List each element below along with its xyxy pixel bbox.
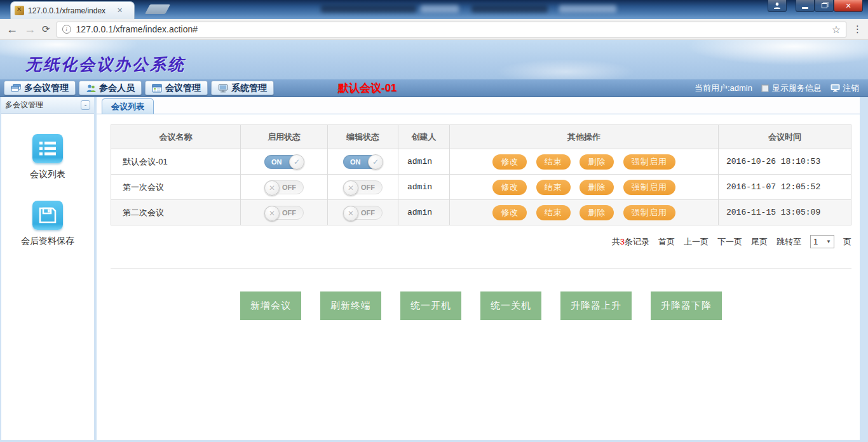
modify-button[interactable]: 修改 <box>492 205 527 220</box>
meeting-time: 2016-11-07 12:05:52 <box>719 175 851 200</box>
page-select[interactable]: 1▼ <box>810 235 834 248</box>
sidebar-item-label: 会后资料保存 <box>21 236 74 247</box>
enabled-toggle[interactable]: ON✓ <box>264 155 304 169</box>
enabled-toggle[interactable]: ✕OFF <box>264 180 304 194</box>
people-icon <box>86 84 96 93</box>
tab-meeting-list[interactable]: 会议列表 <box>102 98 154 114</box>
force-enable-button[interactable]: 强制启用 <box>623 180 675 195</box>
pagination: 共3条记录 首页 上一页 下一页 尾页 跳转至 1▼ 页 <box>111 235 851 248</box>
refresh-terminals-button[interactable]: 刷新终端 <box>320 291 381 320</box>
end-button[interactable]: 结束 <box>536 154 571 170</box>
titlebar-blur-text <box>471 5 548 13</box>
logout-button[interactable]: 注销 <box>831 83 859 94</box>
first-page-link[interactable]: 首页 <box>658 236 675 248</box>
forward-button[interactable]: → <box>24 23 36 35</box>
new-tab-button[interactable] <box>145 4 170 14</box>
back-button[interactable]: ← <box>6 23 18 35</box>
col-meeting-name: 会议名称 <box>111 125 241 149</box>
meeting-name: 第二次会议 <box>111 200 241 225</box>
editable-toggle[interactable]: ✕OFF <box>343 180 383 194</box>
sidebar-item-meeting-list[interactable]: 会议列表 <box>1 134 94 180</box>
minimize-icon <box>802 7 808 9</box>
cross-icon: ✕ <box>264 206 280 221</box>
col-meeting-time: 会议时间 <box>719 125 851 149</box>
reload-button[interactable]: ⟳ <box>42 23 50 35</box>
list-icon <box>32 134 63 163</box>
enabled-toggle[interactable]: ✕OFF <box>264 206 304 220</box>
toggle-label: OFF <box>361 209 375 217</box>
cross-icon: ✕ <box>343 206 358 221</box>
prev-page-link[interactable]: 上一页 <box>684 236 709 248</box>
cloud-decoration <box>496 59 635 79</box>
end-button[interactable]: 结束 <box>536 205 571 220</box>
creator: admin <box>398 200 450 225</box>
show-service-info-toggle[interactable]: 显示服务信息 <box>761 83 822 94</box>
table-row: 第一次会议 ✕OFF ✕OFF admin 修改 结束 删除 强制启用 2016… <box>111 175 851 200</box>
creator: admin <box>398 175 450 200</box>
force-enable-button[interactable]: 强制启用 <box>623 154 675 170</box>
browser-tab[interactable]: 127.0.0.1/xframe/index ✕ <box>10 1 135 19</box>
nav-label: 会议管理 <box>165 83 201 94</box>
power-on-all-button[interactable]: 统一开机 <box>400 291 461 320</box>
col-enabled-state: 启用状态 <box>241 125 328 149</box>
cloud-decoration <box>686 40 868 65</box>
toggle-label: OFF <box>361 184 375 191</box>
site-header: 无纸化会议办公系统 <box>0 40 868 79</box>
cross-icon: ✕ <box>343 180 358 196</box>
end-button[interactable]: 结束 <box>536 180 571 195</box>
nav-system-mgmt-button[interactable]: 系统管理 <box>211 81 274 95</box>
modify-button[interactable]: 修改 <box>492 154 527 170</box>
power-off-all-button[interactable]: 统一关机 <box>480 291 541 320</box>
nav-meeting-mgmt-button[interactable]: 会议管理 <box>145 81 208 95</box>
meeting-table: 会议名称 启用状态 编辑状态 创建人 其他操作 会议时间 默认会议-01 ON✓ <box>111 124 851 225</box>
force-enable-button[interactable]: 强制启用 <box>623 205 675 220</box>
bottom-toolbar: 新增会议 刷新终端 统一开机 统一关机 升降器上升 升降器下降 <box>111 268 851 320</box>
service-info-checkbox[interactable] <box>761 84 769 92</box>
sidebar-header: 多会议管理 - <box>1 97 94 114</box>
nav-participants-button[interactable]: 参会人员 <box>79 81 142 95</box>
titlebar-blur-text <box>321 5 416 13</box>
lifter-down-button[interactable]: 升降器下降 <box>651 291 722 320</box>
lifter-up-button[interactable]: 升降器上升 <box>560 291 632 320</box>
delete-button[interactable]: 删除 <box>580 154 614 170</box>
sidebar-collapse-button[interactable]: - <box>81 100 90 110</box>
page-info-icon[interactable]: i <box>62 25 71 34</box>
maximize-button[interactable] <box>815 0 834 12</box>
modify-button[interactable]: 修改 <box>492 180 527 195</box>
current-user-label: 当前用户:admin <box>695 83 752 94</box>
last-page-link[interactable]: 尾页 <box>751 236 768 248</box>
editable-toggle[interactable]: ✕OFF <box>343 206 383 220</box>
tab-title: 127.0.0.1/xframe/index <box>28 6 112 15</box>
minimize-button[interactable] <box>796 0 815 12</box>
col-other-actions: 其他操作 <box>450 125 719 149</box>
meeting-name: 默认会议-01 <box>111 149 241 175</box>
check-icon: ✓ <box>368 154 383 170</box>
profile-button[interactable] <box>768 0 787 12</box>
url-box[interactable]: i 127.0.0.1/xframe/index.action# ☆ <box>57 22 846 37</box>
col-edit-state: 编辑状态 <box>328 125 398 149</box>
page-suffix-label: 页 <box>843 236 851 248</box>
check-icon: ✓ <box>289 154 304 170</box>
close-button[interactable]: ✕ <box>834 0 863 12</box>
nav-label: 系统管理 <box>231 83 267 94</box>
sidebar-item-save-materials[interactable]: 会后资料保存 <box>1 201 94 247</box>
cross-icon: ✕ <box>264 180 280 196</box>
table-header-row: 会议名称 启用状态 编辑状态 创建人 其他操作 会议时间 <box>111 125 851 149</box>
meeting-name: 第一次会议 <box>111 175 241 200</box>
sidebar-title: 多会议管理 <box>5 100 43 110</box>
add-meeting-button[interactable]: 新增会议 <box>240 291 301 320</box>
next-page-link[interactable]: 下一页 <box>717 236 742 248</box>
delete-button[interactable]: 删除 <box>580 180 614 195</box>
toggle-label: OFF <box>282 209 296 217</box>
chevron-down-icon: ▼ <box>826 239 831 244</box>
table-row: 默认会议-01 ON✓ ON✓ admin 修改 结束 删除 强制启用 2016… <box>111 149 851 175</box>
bookmark-star-icon[interactable]: ☆ <box>832 23 841 36</box>
editable-toggle[interactable]: ON✓ <box>343 155 383 169</box>
url-text[interactable]: 127.0.0.1/xframe/index.action# <box>76 24 827 34</box>
record-count-number: 3 <box>620 237 625 246</box>
tab-close-icon[interactable]: ✕ <box>116 6 124 15</box>
delete-button[interactable]: 删除 <box>580 205 614 220</box>
nav-multi-meeting-button[interactable]: 多会议管理 <box>4 81 76 95</box>
table-row: 第二次会议 ✕OFF ✕OFF admin 修改 结束 删除 强制启用 2016… <box>111 200 851 225</box>
browser-menu-icon[interactable]: ⋮ <box>853 23 862 35</box>
